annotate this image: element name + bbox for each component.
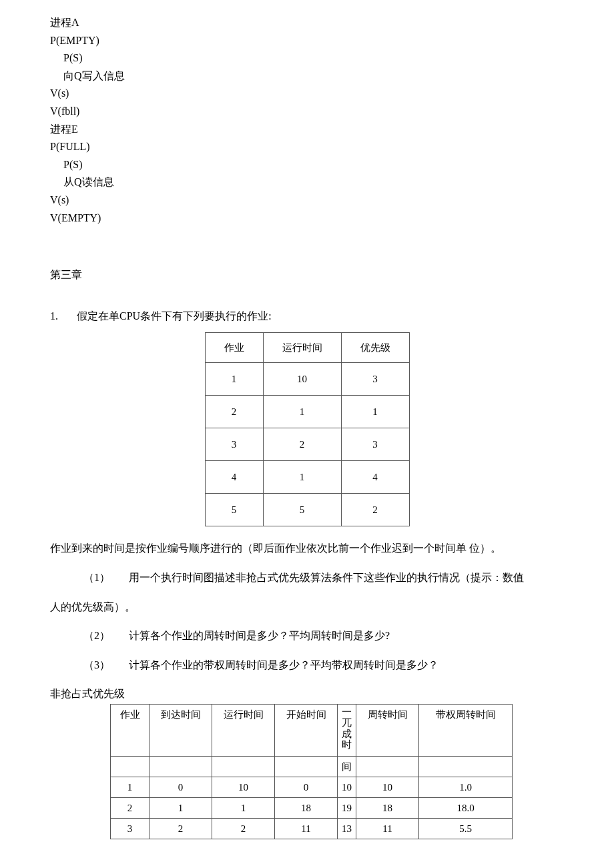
- header-wturn: 带权周转时间: [419, 704, 513, 756]
- header-start: 开始时间: [275, 704, 338, 756]
- code-line: V(s): [50, 85, 564, 102]
- table-row: 4 1 4: [205, 461, 409, 494]
- code-line: P(S): [50, 156, 564, 173]
- table-header-row: 作业 到达时间 运行时间 开始时间 一 兀 成 时 周转时间 带权周转时间: [111, 704, 513, 756]
- code-line: V(EMPTY): [50, 209, 564, 227]
- question-text: 假定在单CPU条件下有下列要执行的作业:: [77, 310, 272, 322]
- proc-e-title: 进程E: [50, 121, 564, 138]
- table-row: 1 0 10 0 10 10 1.0: [111, 777, 513, 797]
- table2-title: 非抢占式优先级: [50, 685, 564, 703]
- code-line: V(s): [50, 191, 564, 209]
- table-row: 5 5 2: [205, 494, 409, 526]
- sub-question-1-cont: 人的优先级高）。: [50, 598, 564, 616]
- header-arrive: 到达时间: [149, 704, 212, 756]
- header-turn: 周转时间: [356, 704, 419, 756]
- question-1: 1. 假定在单CPU条件下有下列要执行的作业:: [50, 308, 564, 325]
- sub-number: （1）: [83, 569, 110, 586]
- sub-text: 计算各个作业的带权周转时间是多少？平均带权周转时间是多少？: [129, 659, 438, 671]
- code-line: P(EMPTY): [50, 32, 564, 49]
- header-runtime: 运行时间: [263, 333, 341, 363]
- sub-text: 计算各个作业的周转时间是多少？平均周转时间是多少?: [129, 630, 390, 641]
- header-finish-cont: 间: [338, 756, 356, 777]
- code-line: P(S): [50, 49, 564, 67]
- header-finish: 一 兀 成 时: [338, 704, 356, 756]
- jobs-table: 作业 运行时间 优先级 1 10 3 2 1 1 3 2 3 4 1 4 5 5…: [205, 332, 410, 526]
- table-row: 3 2 3: [205, 428, 409, 461]
- question-number: 1.: [50, 308, 74, 325]
- table-row: 2 1 1: [205, 396, 409, 428]
- table-row: 2 1 1 18 19 18 18.0: [111, 797, 513, 818]
- header-run: 运行时间: [212, 704, 275, 756]
- sub-number: （3）: [83, 657, 110, 674]
- sub-text: 用一个执行时间图描述非抢占式优先级算法条件下这些作业的执行情况（提示：数值: [129, 572, 524, 583]
- table-header-row-2: 间: [111, 756, 513, 777]
- header-job: 作业: [205, 333, 263, 363]
- proc-a-title: 进程A: [50, 14, 564, 31]
- code-line: 向Q写入信息: [50, 67, 564, 85]
- table-header-row: 作业 运行时间 优先级: [205, 333, 409, 363]
- code-line: P(FULL): [50, 138, 564, 155]
- sub-question-2: （2） 计算各个作业的周转时间是多少？平均周转时间是多少?: [83, 627, 564, 644]
- header-job: 作业: [111, 704, 149, 756]
- chapter-title: 第三章: [50, 266, 564, 284]
- paragraph: 作业到来的时间是按作业编号顺序进行的（即后面作业依次比前一个作业迟到一个时间单 …: [50, 540, 564, 557]
- sub-question-1: （1） 用一个执行时间图描述非抢占式优先级算法条件下这些作业的执行情况（提示：数…: [83, 569, 564, 586]
- results-table: 作业 到达时间 运行时间 开始时间 一 兀 成 时 周转时间 带权周转时间 间 …: [110, 704, 513, 839]
- sub-question-3: （3） 计算各个作业的带权周转时间是多少？平均带权周转时间是多少？: [83, 657, 564, 674]
- code-line: 从Q读信息: [50, 173, 564, 191]
- table-row: 1 10 3: [205, 363, 409, 396]
- header-priority: 优先级: [341, 333, 409, 363]
- sub-number: （2）: [83, 627, 110, 644]
- code-line: V(fbll): [50, 103, 564, 120]
- table-row: 3 2 2 11 13 11 5.5: [111, 818, 513, 839]
